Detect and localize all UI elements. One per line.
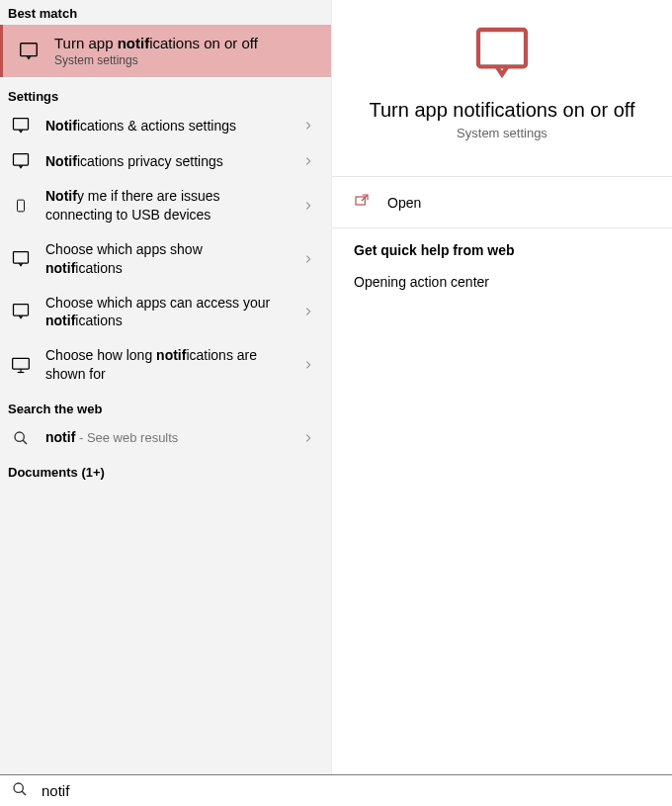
section-best-match-header: Best match (0, 0, 331, 25)
notification-icon (470, 22, 534, 85)
svg-rect-2 (14, 154, 29, 166)
preview-subtitle: System settings (342, 126, 662, 140)
section-search-web-header: Search the web (0, 392, 331, 420)
svg-rect-3 (18, 200, 25, 212)
web-search-label: notif - See web results (45, 428, 290, 447)
svg-rect-12 (356, 197, 365, 205)
settings-result[interactable]: Notifications & actions settings (0, 108, 331, 143)
search-icon (10, 430, 32, 446)
chevron-right-icon (303, 304, 321, 319)
settings-result-label: Notifications privacy settings (45, 152, 290, 171)
open-icon (354, 193, 370, 212)
results-panel: Best match Turn app notifications on or … (0, 0, 331, 774)
svg-line-15 (22, 791, 26, 795)
notification-icon (17, 41, 41, 62)
svg-rect-11 (478, 30, 526, 66)
search-bar[interactable] (0, 774, 672, 806)
settings-result-label: Notifications & actions settings (45, 117, 290, 135)
section-documents-header: Documents (1+) (0, 455, 331, 484)
settings-result[interactable]: Choose how long notifications are shown … (0, 338, 331, 392)
chevron-right-icon (303, 430, 321, 446)
preview-title: Turn app notifications on or off (342, 99, 662, 122)
section-settings-header: Settings (0, 77, 331, 108)
best-match-result[interactable]: Turn app notifications on or off System … (0, 25, 331, 77)
svg-rect-4 (14, 251, 29, 263)
notification-icon (10, 249, 32, 269)
notification-icon (10, 116, 32, 135)
chevron-right-icon (303, 118, 321, 134)
svg-rect-0 (21, 43, 38, 55)
quick-help-item[interactable]: Opening action center (332, 262, 672, 302)
chevron-right-icon (303, 198, 321, 214)
web-search-result[interactable]: notif - See web results (0, 420, 331, 455)
settings-result-label: Choose how long notifications are shown … (45, 346, 290, 384)
open-action[interactable]: Open (332, 177, 672, 227)
device-icon (10, 196, 32, 216)
chevron-right-icon (303, 357, 321, 373)
search-input[interactable] (42, 782, 660, 799)
svg-rect-6 (13, 359, 30, 370)
search-icon (12, 781, 28, 800)
open-label: Open (387, 195, 421, 211)
best-match-title: Turn app notifications on or off (54, 35, 258, 51)
settings-result-label: Choose which apps show notifications (45, 240, 290, 278)
chevron-right-icon (303, 153, 321, 169)
svg-point-9 (15, 432, 24, 441)
monitor-icon (10, 355, 32, 375)
settings-result-label: Notify me if there are issues connecting… (45, 187, 290, 224)
settings-result-label: Choose which apps can access your notifi… (45, 294, 290, 331)
best-match-subtitle: System settings (54, 53, 258, 67)
quick-help-header: Get quick help from web (332, 228, 672, 262)
svg-rect-5 (14, 305, 29, 316)
settings-result[interactable]: Choose which apps can access your notifi… (0, 286, 331, 339)
chevron-right-icon (303, 251, 321, 267)
svg-line-10 (23, 440, 27, 444)
preview-panel: Turn app notifications on or off System … (331, 0, 672, 774)
svg-point-14 (14, 783, 23, 792)
settings-result[interactable]: Notifications privacy settings (0, 143, 331, 179)
settings-result[interactable]: Notify me if there are issues connecting… (0, 179, 331, 232)
svg-rect-1 (14, 119, 29, 131)
notification-icon (10, 151, 32, 171)
notification-icon (10, 302, 32, 321)
settings-result[interactable]: Choose which apps show notifications (0, 232, 331, 286)
